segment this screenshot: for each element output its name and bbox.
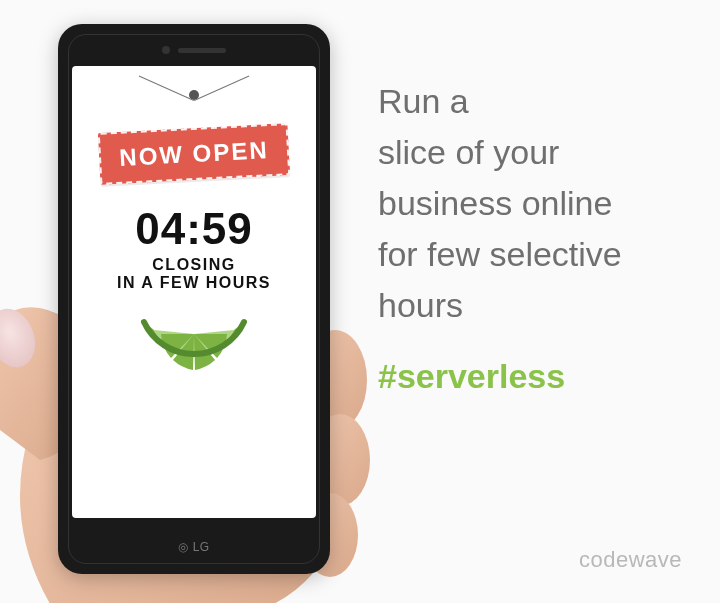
copy-line: Run a <box>378 76 698 127</box>
brand-watermark: codewave <box>579 547 682 573</box>
phone-earpiece <box>162 46 226 54</box>
copy-line: hours <box>378 280 698 331</box>
phone-brand-logo: ◎ LG <box>178 540 209 554</box>
promo-graphic: ◎ LG NOW OPEN 04:59 CLOSING IN A FEW HOU… <box>0 0 720 603</box>
sign-label: NOW OPEN <box>98 123 290 185</box>
copy-line: slice of your <box>378 127 698 178</box>
closing-label-2: IN A FEW HOURS <box>117 274 271 292</box>
svg-point-0 <box>0 302 43 373</box>
copy-line: business online <box>378 178 698 229</box>
phone-screen: NOW OPEN 04:59 CLOSING IN A FEW HOURS <box>72 66 316 518</box>
now-open-sign: NOW OPEN <box>99 96 289 186</box>
phone-mockup: ◎ LG NOW OPEN 04:59 CLOSING IN A FEW HOU… <box>58 24 330 574</box>
copy-line: for few selective <box>378 229 698 280</box>
countdown-time: 04:59 <box>135 204 253 254</box>
closing-label-1: CLOSING <box>152 256 235 274</box>
hashtag: #serverless <box>378 351 698 402</box>
lime-slice-icon <box>139 312 249 382</box>
marketing-copy: Run a slice of your business online for … <box>378 76 698 402</box>
